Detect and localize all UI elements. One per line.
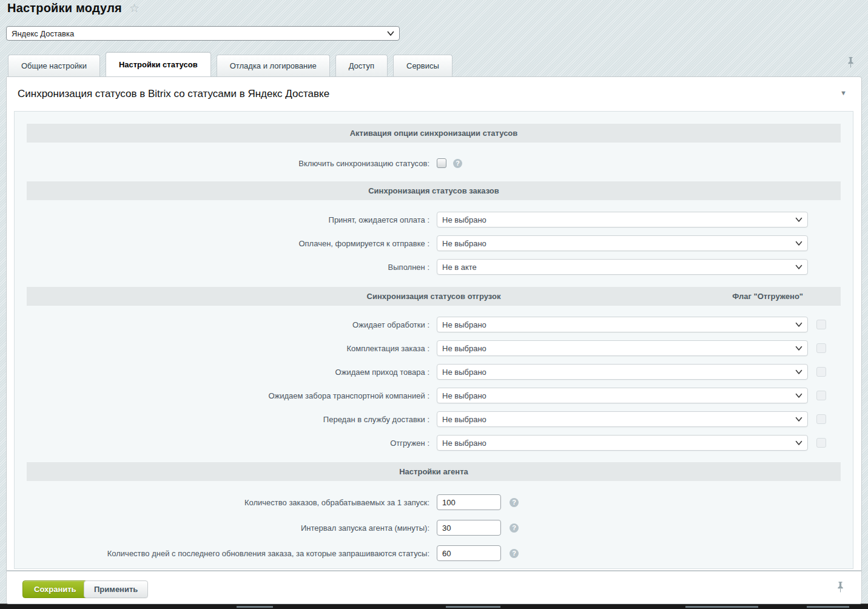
order-paid-select-value: Не выбрано: [442, 239, 795, 248]
order-completed-select[interactable]: Не в акте: [437, 259, 808, 275]
ship-awaiting-goods-select-value: Не выбрано: [442, 368, 795, 377]
ship-awaiting-pickup-select-value: Не выбрано: [442, 391, 795, 400]
shipment-status-row: Ожидает обработки : Не выбрано: [27, 317, 841, 332]
panel-title-row: Синхронизация статусов в Bitrix со стату…: [7, 77, 861, 111]
settings-form: Активация опции синхронизации статусов В…: [14, 111, 853, 569]
ship-shipped-select[interactable]: Не выбрано: [437, 435, 808, 451]
order-accepted-select[interactable]: Не выбрано: [437, 212, 808, 227]
agent-setting-row: Интервал запуска агента (минуты): ?: [27, 520, 841, 536]
days-since-update-label: Количество дней с последнего обновления …: [27, 549, 433, 558]
footer-button-bar: Сохранить Применить: [6, 571, 862, 604]
pin-icon[interactable]: [836, 581, 844, 595]
tab-access[interactable]: Доступ: [335, 55, 388, 76]
shipment-status-row: Ожидаем приход товара : Не выбрано: [27, 364, 841, 380]
shipped-flag-checkbox[interactable]: [816, 367, 826, 377]
chevron-down-icon: [795, 369, 802, 375]
enable-sync-label: Включить синхронизацию статусов:: [27, 159, 433, 168]
chevron-down-icon: [795, 217, 802, 223]
module-select-value: Яндекс Доставка: [12, 29, 387, 38]
ship-handed-to-delivery-select[interactable]: Не выбрано: [437, 411, 808, 427]
order-paid-label: Оплачен, формируется к отправке :: [27, 239, 433, 248]
bottom-edge-bar: [0, 604, 868, 609]
save-button[interactable]: Сохранить: [22, 580, 88, 598]
ship-picking-select[interactable]: Не выбрано: [437, 340, 808, 356]
shipped-flag-checkbox[interactable]: [816, 320, 826, 329]
ship-shipped-label: Отгружен :: [27, 439, 433, 448]
ship-awaiting-processing-select[interactable]: Не выбрано: [437, 317, 808, 332]
tab-services[interactable]: Сервисы: [393, 55, 453, 76]
ship-handed-to-delivery-label: Передан в службу доставки :: [27, 415, 433, 424]
tab-status-settings[interactable]: Настройки статусов: [106, 52, 211, 76]
order-status-row: Выполнен : Не в акте: [27, 259, 841, 275]
order-completed-select-value: Не в акте: [442, 263, 795, 272]
section-header-shipment-statuses-label: Синхронизация статусов отгрузок: [367, 292, 501, 301]
module-select[interactable]: Яндекс Доставка: [6, 26, 400, 41]
collapse-section-icon[interactable]: ▼: [840, 89, 847, 96]
order-status-row: Принят, ожидается оплата : Не выбрано: [27, 212, 841, 227]
ship-awaiting-goods-select[interactable]: Не выбрано: [437, 364, 808, 380]
days-since-update-input[interactable]: [437, 545, 501, 561]
section-header-order-statuses: Синхронизация статусов заказов: [27, 181, 841, 200]
section-header-agent-label: Настройки агента: [399, 467, 468, 476]
page-header: Настройки модуля ☆: [7, 1, 140, 15]
ship-handed-to-delivery-select-value: Не выбрано: [442, 415, 795, 424]
ship-awaiting-pickup-select[interactable]: Не выбрано: [437, 388, 808, 403]
orders-per-run-input[interactable]: [437, 494, 501, 510]
agent-interval-label: Интервал запуска агента (минуты):: [27, 523, 433, 533]
shipment-status-row: Комплектация заказа : Не выбрано: [27, 340, 841, 356]
help-icon[interactable]: ?: [510, 498, 519, 507]
enable-sync-row: Включить синхронизацию статусов: ?: [27, 155, 841, 171]
order-completed-label: Выполнен :: [27, 263, 433, 272]
chevron-down-icon: [795, 264, 802, 270]
chevron-down-icon: [795, 417, 802, 422]
chevron-down-icon: [795, 322, 802, 328]
order-status-row: Оплачен, формируется к отправке : Не выб…: [27, 235, 841, 251]
chevron-down-icon: [387, 31, 394, 36]
order-accepted-select-value: Не выбрано: [442, 215, 795, 224]
panel-title: Синхронизация статусов в Bitrix со стату…: [18, 88, 329, 100]
ship-picking-label: Комплектация заказа :: [27, 344, 433, 353]
help-icon[interactable]: ?: [453, 159, 462, 168]
agent-setting-row: Количество дней с последнего обновления …: [27, 545, 841, 561]
shipped-flag-checkbox[interactable]: [816, 343, 826, 353]
tab-general-settings[interactable]: Общие настройки: [8, 55, 100, 76]
ship-shipped-select-value: Не выбрано: [442, 439, 795, 448]
apply-button[interactable]: Применить: [84, 580, 148, 598]
page-title: Настройки модуля: [7, 1, 122, 15]
order-accepted-label: Принят, ожидается оплата :: [27, 215, 433, 224]
help-icon[interactable]: ?: [510, 523, 519, 533]
order-paid-select[interactable]: Не выбрано: [437, 235, 808, 251]
shipped-flag-checkbox[interactable]: [816, 391, 826, 400]
shipment-status-row: Передан в службу доставки : Не выбрано: [27, 411, 841, 427]
section-header-activation-label: Активация опции синхронизации статусов: [350, 129, 518, 138]
ship-awaiting-processing-label: Ожидает обработки :: [27, 320, 433, 329]
help-icon[interactable]: ?: [510, 549, 519, 558]
section-header-shipment-statuses: Синхронизация статусов отгрузок Флаг "От…: [27, 287, 841, 306]
shipment-status-row: Отгружен : Не выбрано: [27, 435, 841, 451]
module-settings-page: Настройки модуля ☆ Яндекс Доставка Общие…: [0, 0, 868, 609]
orders-per-run-label: Количество заказов, обрабатываемых за 1 …: [27, 498, 433, 507]
tab-debug-logging[interactable]: Отладка и логирование: [217, 55, 330, 76]
agent-setting-row: Количество заказов, обрабатываемых за 1 …: [27, 494, 841, 510]
shipped-flag-checkbox[interactable]: [816, 438, 826, 448]
section-header-agent: Настройки агента: [27, 462, 841, 481]
settings-panel: Синхронизация статусов в Bitrix со стату…: [6, 76, 862, 571]
ship-awaiting-goods-label: Ожидаем приход товара :: [27, 368, 433, 377]
pin-icon[interactable]: [847, 56, 855, 70]
shipped-flag-checkbox[interactable]: [816, 414, 826, 424]
section-header-order-statuses-label: Синхронизация статусов заказов: [368, 186, 499, 195]
chevron-down-icon: [795, 440, 802, 446]
agent-interval-input[interactable]: [437, 520, 501, 536]
chevron-down-icon: [795, 346, 802, 351]
chevron-down-icon: [795, 241, 802, 246]
ship-picking-select-value: Не выбрано: [442, 344, 795, 353]
chevron-down-icon: [795, 393, 802, 399]
tab-bar: Общие настройки Настройки статусов Отлад…: [8, 52, 862, 76]
enable-sync-checkbox[interactable]: [437, 158, 446, 168]
shipped-flag-column-header: Флаг "Отгружено": [732, 287, 803, 306]
ship-awaiting-processing-select-value: Не выбрано: [442, 320, 795, 329]
favorite-star-icon[interactable]: ☆: [129, 2, 140, 14]
section-header-activation: Активация опции синхронизации статусов: [27, 124, 841, 143]
shipment-status-row: Ожидаем забора транспортной компанией : …: [27, 388, 841, 403]
ship-awaiting-pickup-label: Ожидаем забора транспортной компанией :: [27, 391, 433, 400]
